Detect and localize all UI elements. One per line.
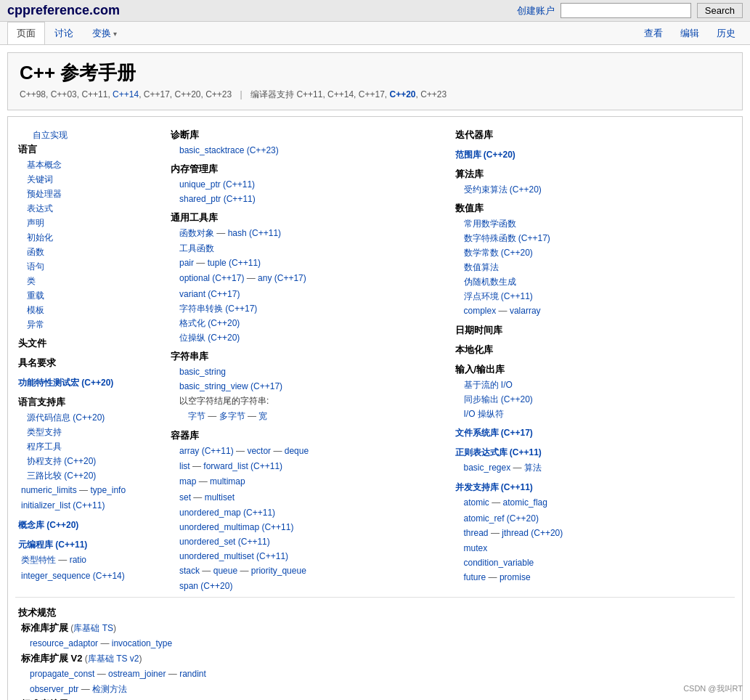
multiset-link[interactable]: multiset [205,492,235,502]
format-link[interactable]: 格式化 (C++20) [171,317,448,330]
basic-string-link[interactable]: basic_string [171,365,448,378]
statements-link[interactable]: 语句 [18,260,163,273]
program-util-link[interactable]: 程序工具 [18,440,163,453]
self-impl-link[interactable]: 自立实现 [33,130,68,140]
search-input[interactable] [561,3,691,18]
action-view[interactable]: 查看 [637,23,670,44]
classes-link[interactable]: 类 [18,274,163,288]
optional-link[interactable]: optional (C++17) [179,273,244,283]
thread-link[interactable]: thread [464,528,489,538]
ostream-joiner-link[interactable]: ostream_joiner [108,669,166,679]
lib-fund-ts-link[interactable]: 库基础 TS [73,623,113,633]
array-link[interactable]: array (C++11) [179,446,234,456]
utility-funcs-link[interactable]: 工具函数 [171,242,448,255]
float-env-link[interactable]: 浮点环境 (C++11) [455,290,733,303]
filesystem-link[interactable]: 文件系统库 (C++17) [455,428,533,438]
variant-link[interactable]: variant (C++17) [171,288,448,301]
pair-link[interactable]: pair [179,258,194,268]
valarray-link[interactable]: valarray [510,306,541,316]
basic-regex-link[interactable]: basic_regex [464,463,511,473]
unordered-set-link[interactable]: unordered_set (C++11) [171,535,448,548]
tuple-link[interactable]: tuple (C++11) [208,258,261,268]
ratio-link[interactable]: ratio [70,555,86,565]
declarations-link[interactable]: 声明 [18,216,163,229]
coroutine-link[interactable]: 协程支持 (C++20) [18,455,163,468]
wide-link[interactable]: 宽 [258,411,267,421]
queue-link[interactable]: queue [213,566,237,576]
shared-ptr-link[interactable]: shared_ptr (C++11) [171,192,448,205]
special-funcs-link[interactable]: 数字特殊函数 (C++17) [455,232,733,245]
range-link[interactable]: 范围库 (C++20) [455,150,515,160]
constrained-algo-link[interactable]: 受约束算法 (C++20) [455,183,733,196]
atomic-flag-link[interactable]: atomic_flag [503,497,547,508]
funcobj-link[interactable]: 函数对象 [179,228,214,238]
regex-link[interactable]: 正则表达式库 (C++11) [455,447,542,457]
metaprog-link[interactable]: 元编程库 (C++11) [18,540,87,550]
string-view-link[interactable]: basic_string_view (C++17) [171,380,448,393]
promise-link[interactable]: promise [500,572,531,582]
type-info-link[interactable]: type_info [90,485,126,495]
numeric-algo-link[interactable]: 数值算法 [455,261,733,274]
jthread-link[interactable]: jthread (C++20) [502,528,563,538]
three-way-link[interactable]: 三路比较 (C++20) [18,469,163,482]
overload-link[interactable]: 重载 [18,289,163,302]
templates-link[interactable]: 模板 [18,304,163,317]
byte-link[interactable]: 字节 [188,411,205,421]
tab-page[interactable]: 页面 [7,22,45,44]
unordered-multiset-link[interactable]: unordered_multiset (C++11) [171,550,448,563]
exceptions-link[interactable]: 异常 [18,318,163,331]
mutex-link[interactable]: mutex [455,542,733,555]
future-link[interactable]: future [464,572,486,582]
complex-link[interactable]: complex [464,306,497,316]
common-math-link[interactable]: 常用数学函数 [455,217,733,230]
tab-transform[interactable]: 变换 ▾ [83,22,126,44]
stack-link[interactable]: stack [179,566,200,576]
io-manip-link[interactable]: I/O 操纵符 [455,407,733,420]
deque-link[interactable]: deque [285,446,309,456]
any-link[interactable]: any (C++17) [258,273,306,283]
action-edit[interactable]: 编辑 [673,23,706,44]
preprocessor-link[interactable]: 预处理器 [18,187,163,200]
multimap-link[interactable]: multimap [210,476,245,487]
unordered-multimap-link[interactable]: unordered_multimap (C++11) [171,521,448,534]
forward-list-link[interactable]: forward_list (C++11) [203,461,282,471]
propagate-const-link[interactable]: propagate_const [30,669,94,679]
map-link[interactable]: map [179,476,196,487]
initializer-list-link[interactable]: initializer_list (C++11) [21,500,105,510]
search-button[interactable]: Search [697,3,743,18]
resource-adaptor-link[interactable]: resource_adaptor [30,638,98,648]
atomic-link[interactable]: atomic [464,497,489,508]
unique-ptr-link[interactable]: unique_ptr (C++11) [171,178,448,191]
atomic-ref-link[interactable]: atomic_ref (C++20) [455,512,733,525]
charconv-link[interactable]: 字符串转换 (C++17) [171,302,448,315]
keywords-link[interactable]: 关键词 [18,173,163,186]
span-link[interactable]: span (C++20) [171,579,448,593]
integer-sequence-link[interactable]: integer_sequence (C++14) [21,571,125,581]
bit-link[interactable]: 位操纵 (C++20) [171,331,448,344]
concurrency-link[interactable]: 并发支持库 (C++11) [455,482,533,492]
type-support-link[interactable]: 类型支持 [18,426,163,439]
randint-link[interactable]: randint [179,669,206,679]
initialization-link[interactable]: 初始化 [18,231,163,244]
regex-algo-link[interactable]: 算法 [524,463,542,473]
feature-test-link[interactable]: 功能特性测试宏 (C++20) [18,378,113,388]
concepts-link[interactable]: 概念库 (C++20) [18,520,78,530]
lib-fund-ts-v2-link[interactable]: 库基础 TS v2 [88,654,139,664]
stream-io-link[interactable]: 基于流的 I/O [455,378,733,391]
cpp20-compiler-link[interactable]: C++20 [389,89,415,99]
condition-variable-link[interactable]: condition_variable [455,556,733,569]
sync-output-link[interactable]: 同步输出 (C++20) [455,393,733,406]
detect-link[interactable]: 检测方法 [92,684,127,694]
set-link[interactable]: set [179,492,191,502]
tab-discuss[interactable]: 讨论 [45,22,83,44]
source-info-link[interactable]: 源代码信息 (C++20) [18,411,163,424]
create-account-link[interactable]: 创建账户 [517,4,555,17]
stacktrace-link[interactable]: basic_stacktrace (C++23) [171,144,448,157]
list-link[interactable]: list [179,461,190,471]
unordered-map-link[interactable]: unordered_map (C++11) [171,506,448,519]
expressions-link[interactable]: 表达式 [18,202,163,215]
cpp14-link[interactable]: C++14 [113,89,139,99]
math-constants-link[interactable]: 数学常数 (C++20) [455,246,733,259]
invocation-type-link[interactable]: invocation_type [112,638,172,648]
prng-link[interactable]: 伪随机数生成 [455,275,733,288]
